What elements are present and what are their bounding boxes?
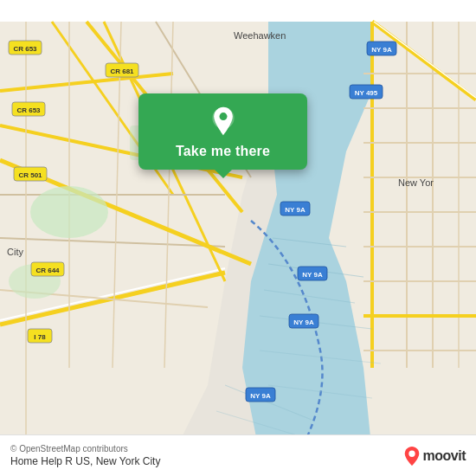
map-container: Weehawken New Yor City CR 653 CR 681 CR … [0, 0, 476, 476]
moovit-brand-label: moovit [423, 448, 466, 464]
location-label: Home Help R US, New York City [10, 455, 160, 467]
city-label: City [7, 247, 23, 257]
svg-text:NY 495: NY 495 [355, 89, 378, 97]
svg-point-71 [219, 113, 227, 120]
svg-text:CR 644: CR 644 [35, 267, 60, 274]
svg-text:NY 9A: NY 9A [285, 206, 306, 214]
svg-text:CR 653: CR 653 [13, 45, 37, 53]
svg-text:CR 501: CR 501 [18, 171, 42, 179]
take-me-there-button[interactable]: Take me there [176, 144, 270, 159]
svg-text:NY 9A: NY 9A [250, 392, 271, 400]
svg-text:CR 653: CR 653 [16, 106, 41, 114]
svg-text:CR 681: CR 681 [110, 68, 134, 75]
popup-card[interactable]: Take me there [138, 93, 307, 170]
newyork-label: New Yor [398, 177, 434, 188]
svg-point-20 [30, 186, 108, 238]
map-background: Weehawken New Yor City CR 653 CR 681 CR … [0, 0, 476, 476]
moovit-logo: moovit [404, 447, 466, 466]
osm-credit: © OpenStreetMap contributors [10, 444, 160, 453]
svg-text:NY 9A: NY 9A [371, 46, 392, 54]
moovit-pin-icon [404, 447, 420, 466]
location-pin-icon [208, 106, 239, 137]
weehawken-label: Weehawken [234, 30, 286, 41]
svg-text:I 78: I 78 [34, 333, 46, 341]
bottom-bar: © OpenStreetMap contributors Home Help R… [0, 434, 476, 476]
svg-point-72 [408, 450, 415, 456]
svg-text:NY 9A: NY 9A [302, 271, 323, 279]
svg-text:NY 9A: NY 9A [293, 318, 314, 326]
